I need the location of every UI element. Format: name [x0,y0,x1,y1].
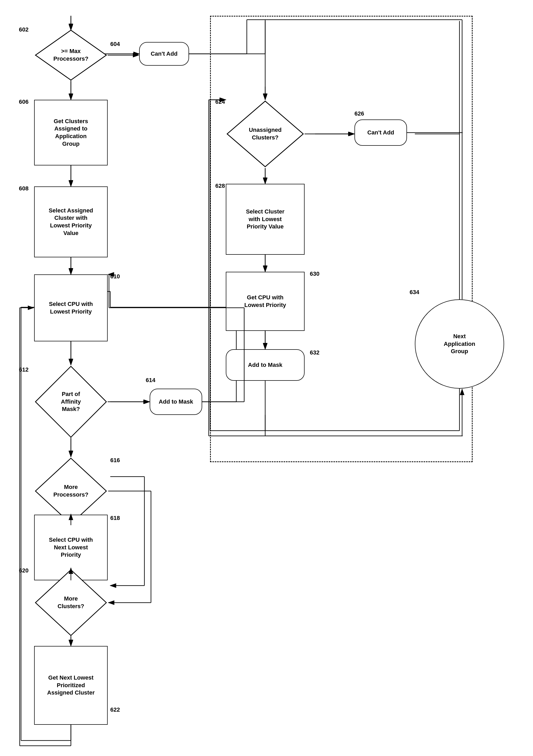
box-632-add-to-mask: Add to Mask [226,349,305,381]
label-610: 610 [110,273,120,280]
box-622: Get Next Lowest Prioritized Assigned Clu… [34,646,108,725]
box-614-add-to-mask: Add to Mask [150,389,202,415]
diamond-620: More Clusters? [34,569,108,637]
label-604: 604 [110,41,120,47]
label-626: 626 [355,110,364,117]
cant-add-626: Can't Add [355,120,407,146]
diamond-616-label: More Processors? [41,483,100,499]
diamond-624-label: Unassigned Clusters? [234,126,297,141]
label-634: 634 [410,289,419,296]
diamond-602: >= Max Processors? [34,29,108,81]
label-614: 614 [146,377,155,384]
label-628: 628 [215,182,225,189]
label-632: 632 [310,349,320,356]
label-624: 624 [215,98,225,105]
diamond-620-label: More Clusters? [41,595,100,610]
circle-634: Next Application Group [415,299,504,389]
box-606: Get Clusters Assigned to Application Gro… [34,100,108,165]
label-612: 612 [19,366,29,373]
label-620: 620 [19,567,29,574]
diamond-612-label: Part of Affinity Mask? [41,391,100,413]
box-610: Select CPU with Lowest Priority [34,274,108,341]
diamond-612: Part of Affinity Mask? [34,365,108,439]
cant-add-604: Can't Add [139,42,189,66]
flowchart-diagram: 602 >= Max Processors? 604 Can't Add 606… [0,0,533,756]
box-608: Select Assigned Cluster with Lowest Prio… [34,186,108,257]
label-606: 606 [19,98,29,105]
diamond-624: Unassigned Clusters? [226,100,305,168]
label-608: 608 [19,185,29,192]
label-622: 622 [110,706,120,713]
diamond-602-label: >= Max Processors? [41,47,100,63]
box-628: Select Cluster with Lowest Priority Valu… [226,184,305,255]
label-602: 602 [19,26,29,33]
label-630: 630 [310,270,320,277]
label-618: 618 [110,515,120,522]
label-616: 616 [110,457,120,464]
box-630: Get CPU with Lowest Priority [226,272,305,331]
